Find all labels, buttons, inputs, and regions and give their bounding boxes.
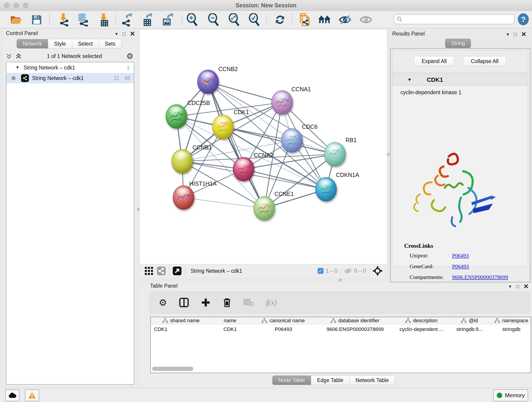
network-node-cdkn1a[interactable] (316, 177, 336, 201)
cell--id[interactable]: stringdb:9... (451, 326, 488, 332)
tab-sets[interactable]: Sets (99, 39, 121, 49)
panel-float-icon[interactable]: □ (514, 32, 517, 37)
delete-table-icon[interactable] (244, 298, 254, 307)
accordion-expander-icon[interactable]: ▼ (407, 77, 412, 82)
zoom-selected-icon[interactable] (248, 13, 261, 26)
show-all-eye-icon[interactable] (359, 13, 373, 26)
network-selected-status: 1 of 1 Network selected (22, 53, 127, 59)
cell-shared-name[interactable]: CDK1 (151, 326, 211, 332)
refresh-view-icon[interactable] (273, 13, 287, 26)
hide-selected-eye-icon[interactable] (338, 13, 352, 26)
save-session-icon[interactable] (30, 13, 43, 26)
panel-float-icon[interactable]: □ (516, 284, 519, 289)
table-row[interactable]: CDK1CDK1P064939606.ENSP00000378699cyclin… (151, 324, 531, 334)
delete-column-icon[interactable] (222, 298, 232, 307)
scrollbar-thumb[interactable] (152, 367, 193, 371)
protein-accordion-header[interactable]: ▼ CDK1 (392, 74, 528, 86)
column-header-name[interactable]: name (211, 317, 249, 324)
node-label-cdc6: CDC6 (302, 123, 317, 130)
zoom-out-icon[interactable] (207, 13, 220, 26)
column-header-database-identifier[interactable]: database identifier (318, 317, 392, 324)
open-in-window-icon[interactable] (172, 266, 182, 275)
zoom-in-icon[interactable] (186, 13, 199, 26)
network-node-cdc25b[interactable] (166, 104, 187, 128)
network-node-cdc6[interactable] (281, 128, 302, 153)
search-icon (397, 16, 403, 22)
tab-select[interactable]: Select (72, 39, 99, 49)
tab-style[interactable]: Style (48, 39, 72, 49)
panel-collapse-icon[interactable]: ▼ (508, 285, 512, 288)
cell-description[interactable]: cyclin-dependent ... (392, 326, 451, 332)
panel-close-icon[interactable]: ✕ (130, 31, 135, 37)
cloud-button[interactable] (5, 389, 19, 401)
network-node-rb1[interactable] (324, 142, 346, 166)
network-node-hist1h1a[interactable] (173, 186, 194, 210)
column-header--id[interactable]: @id (451, 317, 488, 324)
search-input[interactable] (403, 16, 512, 22)
network-node-cdk1[interactable] (212, 115, 234, 139)
toolbar-separator (291, 14, 292, 25)
tab-string[interactable]: String (445, 38, 471, 48)
crosslink-link[interactable]: P06493 (452, 253, 469, 259)
copy-network-icon[interactable] (298, 13, 311, 26)
network-edge[interactable] (208, 82, 264, 208)
network-node-ccne1[interactable] (254, 196, 275, 220)
add-column-icon[interactable] (201, 298, 210, 307)
table-options-gear-icon[interactable]: ⚙ (159, 297, 167, 308)
function-builder-icon[interactable]: f(x) (266, 298, 277, 307)
cell-database-identifier[interactable]: 9606.ENSP00000378699 (318, 326, 392, 332)
first-neighbors-icon[interactable] (318, 13, 331, 26)
network-node-ccna1[interactable] (272, 90, 293, 114)
warnings-button[interactable] (25, 389, 39, 401)
export-table-icon[interactable] (141, 13, 154, 26)
import-network-file-icon[interactable] (57, 13, 70, 26)
export-image-icon[interactable] (161, 13, 174, 26)
tab-network[interactable]: Network (17, 39, 48, 49)
expand-all-icon[interactable] (15, 53, 22, 60)
network-edge[interactable] (184, 198, 264, 208)
column-header-shared-name[interactable]: shared name (151, 317, 211, 324)
panel-close-icon[interactable]: ✕ (523, 283, 529, 290)
network-node-ccnb2[interactable] (197, 70, 219, 94)
network-node-ccnb1[interactable] (172, 149, 193, 173)
crosslink-link[interactable]: P06493 (452, 263, 469, 269)
open-session-icon[interactable] (10, 13, 23, 26)
column-header-canonical-name[interactable]: canonical name (249, 317, 318, 324)
memory-button[interactable]: Memory (493, 389, 528, 401)
network-row-selected[interactable]: String Network – cdk1 11 48 (6, 73, 134, 83)
panel-collapse-icon[interactable]: ▼ (114, 32, 119, 36)
import-network-database-icon[interactable] (76, 13, 89, 26)
network-options-gear-icon[interactable]: ⚙ (127, 51, 133, 61)
panel-collapse-icon[interactable]: ▼ (506, 32, 510, 36)
selected-checkbox-icon[interactable]: ✓ (317, 268, 323, 274)
view-share-icon[interactable] (157, 266, 166, 275)
tab-edge-table[interactable]: Edge Table (311, 375, 350, 385)
collapse-all-icon[interactable] (5, 53, 13, 60)
collapse-all-button[interactable]: Collapse All (463, 56, 506, 66)
show-columns-icon[interactable] (179, 298, 189, 307)
panel-float-icon[interactable]: □ (123, 32, 126, 36)
crosslink-link[interactable]: 9606.ENSP00000378699 (452, 274, 508, 280)
column-header-namespace[interactable]: namespace (488, 317, 531, 324)
horizontal-splitter-handle[interactable] (339, 279, 342, 282)
panel-close-icon[interactable]: ✕ (521, 31, 526, 38)
network-node-ccna2[interactable] (233, 157, 254, 181)
help-icon[interactable]: ? (517, 13, 530, 26)
table-horizontal-scrollbar[interactable] (151, 367, 531, 371)
cell-namespace[interactable]: stringdb (488, 326, 531, 332)
column-header-description[interactable]: description (392, 317, 451, 324)
import-table-file-icon[interactable] (97, 13, 110, 26)
tab-node-table[interactable]: Node Table (272, 375, 311, 385)
expand-all-button[interactable]: Expand All (414, 56, 455, 66)
export-network-icon[interactable] (121, 13, 134, 26)
cell-name[interactable]: CDK1 (211, 326, 249, 332)
cell-canonical-name[interactable]: P06493 (249, 326, 318, 332)
tab-network-table[interactable]: Network Table (350, 375, 395, 385)
zoom-fit-icon[interactable] (228, 13, 241, 26)
view-grid-icon[interactable] (144, 266, 153, 275)
tree-expander-icon[interactable]: ▼ (16, 65, 19, 70)
node-table[interactable]: shared namenamecanonical namedatabase id… (150, 317, 531, 373)
fit-selected-crosshair-icon[interactable] (373, 266, 383, 276)
network-canvas[interactable]: CCNB2CCNA1CDC25BCDK1CDC6RB1CCNB1CCNA2CDK… (140, 30, 387, 264)
network-collection-row[interactable]: ▼ String Network – cdk1 1 (6, 62, 134, 73)
